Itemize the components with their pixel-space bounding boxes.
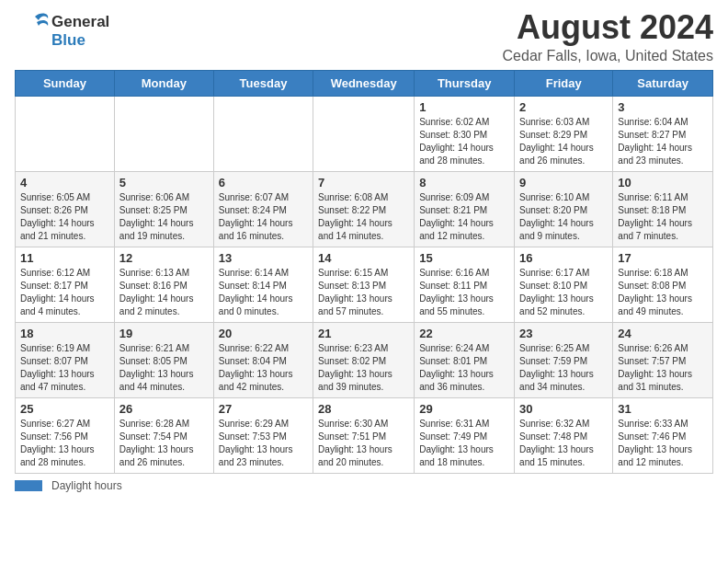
table-row (213, 96, 313, 171)
day-number: 29 (419, 402, 509, 416)
table-row: 22Sunrise: 6:24 AM Sunset: 8:01 PM Dayli… (415, 322, 515, 397)
col-tuesday: Tuesday (213, 70, 313, 96)
header: General Blue August 2024 Cedar Falls, Io… (15, 9, 713, 64)
day-number: 14 (318, 251, 409, 265)
day-info: Sunrise: 6:18 AM Sunset: 8:08 PM Dayligh… (618, 267, 708, 318)
table-row: 2Sunrise: 6:03 AM Sunset: 8:29 PM Daylig… (515, 96, 613, 171)
table-row: 4Sunrise: 6:05 AM Sunset: 8:26 PM Daylig… (16, 171, 115, 247)
col-thursday: Thursday (415, 70, 515, 96)
day-number: 5 (119, 176, 209, 190)
day-info: Sunrise: 6:12 AM Sunset: 8:17 PM Dayligh… (20, 267, 109, 318)
day-number: 30 (519, 402, 608, 416)
day-info: Sunrise: 6:24 AM Sunset: 8:01 PM Dayligh… (419, 342, 509, 394)
day-number: 2 (519, 100, 608, 114)
day-info: Sunrise: 6:26 AM Sunset: 7:57 PM Dayligh… (618, 342, 708, 394)
day-info: Sunrise: 6:22 AM Sunset: 8:04 PM Dayligh… (219, 342, 308, 394)
day-info: Sunrise: 6:28 AM Sunset: 7:54 PM Dayligh… (119, 418, 209, 469)
calendar-subtitle: Cedar Falls, Iowa, United States (503, 48, 713, 64)
daylight-bar-icon (15, 480, 42, 491)
table-row: 12Sunrise: 6:13 AM Sunset: 8:16 PM Dayli… (114, 247, 213, 322)
table-row: 16Sunrise: 6:17 AM Sunset: 8:10 PM Dayli… (515, 247, 613, 322)
table-row: 24Sunrise: 6:26 AM Sunset: 7:57 PM Dayli… (613, 322, 713, 397)
table-row: 9Sunrise: 6:10 AM Sunset: 8:20 PM Daylig… (515, 171, 613, 247)
day-info: Sunrise: 6:15 AM Sunset: 8:13 PM Dayligh… (318, 267, 409, 318)
calendar-week-row: 11Sunrise: 6:12 AM Sunset: 8:17 PM Dayli… (16, 247, 713, 322)
table-row: 6Sunrise: 6:07 AM Sunset: 8:24 PM Daylig… (213, 171, 313, 247)
table-row: 7Sunrise: 6:08 AM Sunset: 8:22 PM Daylig… (313, 171, 415, 247)
day-info: Sunrise: 6:02 AM Sunset: 8:30 PM Dayligh… (419, 116, 509, 167)
day-number: 8 (419, 176, 509, 190)
day-number: 15 (419, 251, 509, 265)
col-sunday: Sunday (16, 70, 115, 96)
day-number: 21 (318, 327, 409, 340)
table-row: 31Sunrise: 6:33 AM Sunset: 7:46 PM Dayli… (613, 397, 713, 473)
table-row (313, 96, 415, 171)
day-number: 10 (618, 176, 708, 190)
calendar-week-row: 18Sunrise: 6:19 AM Sunset: 8:07 PM Dayli… (16, 322, 713, 397)
table-row: 23Sunrise: 6:25 AM Sunset: 7:59 PM Dayli… (515, 322, 613, 397)
day-number: 16 (519, 251, 608, 265)
logo-blue: Blue (51, 31, 109, 50)
footer: Daylight hours (15, 479, 713, 492)
calendar-title: August 2024 (503, 9, 713, 46)
day-number: 19 (119, 327, 209, 340)
day-number: 7 (318, 176, 409, 190)
table-row: 11Sunrise: 6:12 AM Sunset: 8:17 PM Dayli… (16, 247, 115, 322)
day-info: Sunrise: 6:33 AM Sunset: 7:46 PM Dayligh… (618, 418, 708, 469)
table-row: 30Sunrise: 6:32 AM Sunset: 7:48 PM Dayli… (515, 397, 613, 473)
daylight-label: Daylight hours (51, 479, 122, 492)
day-info: Sunrise: 6:25 AM Sunset: 7:59 PM Dayligh… (519, 342, 608, 394)
table-row: 20Sunrise: 6:22 AM Sunset: 8:04 PM Dayli… (213, 322, 313, 397)
day-number: 17 (618, 251, 708, 265)
day-info: Sunrise: 6:06 AM Sunset: 8:25 PM Dayligh… (119, 191, 209, 243)
day-info: Sunrise: 6:21 AM Sunset: 8:05 PM Dayligh… (119, 342, 209, 394)
logo-icon (15, 9, 50, 53)
day-info: Sunrise: 6:29 AM Sunset: 7:53 PM Dayligh… (219, 418, 308, 469)
day-info: Sunrise: 6:09 AM Sunset: 8:21 PM Dayligh… (419, 191, 509, 243)
day-number: 31 (618, 402, 708, 416)
table-row: 1Sunrise: 6:02 AM Sunset: 8:30 PM Daylig… (415, 96, 515, 171)
day-number: 18 (20, 327, 109, 340)
day-number: 9 (519, 176, 608, 190)
table-row: 10Sunrise: 6:11 AM Sunset: 8:18 PM Dayli… (613, 171, 713, 247)
day-info: Sunrise: 6:13 AM Sunset: 8:16 PM Dayligh… (119, 267, 209, 318)
day-info: Sunrise: 6:17 AM Sunset: 8:10 PM Dayligh… (519, 267, 608, 318)
day-number: 25 (20, 402, 109, 416)
day-number: 11 (20, 251, 109, 265)
table-row: 5Sunrise: 6:06 AM Sunset: 8:25 PM Daylig… (114, 171, 213, 247)
day-number: 3 (618, 100, 708, 114)
day-number: 22 (419, 327, 509, 340)
table-row: 17Sunrise: 6:18 AM Sunset: 8:08 PM Dayli… (613, 247, 713, 322)
title-block: August 2024 Cedar Falls, Iowa, United St… (503, 9, 713, 64)
logo-general: General (51, 13, 109, 31)
calendar-table: Sunday Monday Tuesday Wednesday Thursday… (15, 70, 713, 474)
day-number: 20 (219, 327, 308, 340)
day-info: Sunrise: 6:11 AM Sunset: 8:18 PM Dayligh… (618, 191, 708, 243)
day-info: Sunrise: 6:10 AM Sunset: 8:20 PM Dayligh… (519, 191, 608, 243)
calendar-header-row: Sunday Monday Tuesday Wednesday Thursday… (16, 70, 713, 96)
day-number: 1 (419, 100, 509, 114)
table-row: 3Sunrise: 6:04 AM Sunset: 8:27 PM Daylig… (613, 96, 713, 171)
calendar-week-row: 25Sunrise: 6:27 AM Sunset: 7:56 PM Dayli… (16, 397, 713, 473)
day-number: 28 (318, 402, 409, 416)
day-info: Sunrise: 6:16 AM Sunset: 8:11 PM Dayligh… (419, 267, 509, 318)
table-row: 18Sunrise: 6:19 AM Sunset: 8:07 PM Dayli… (16, 322, 115, 397)
logo: General Blue (15, 9, 109, 53)
table-row: 19Sunrise: 6:21 AM Sunset: 8:05 PM Dayli… (114, 322, 213, 397)
day-number: 27 (219, 402, 308, 416)
day-info: Sunrise: 6:32 AM Sunset: 7:48 PM Dayligh… (519, 418, 608, 469)
calendar-week-row: 1Sunrise: 6:02 AM Sunset: 8:30 PM Daylig… (16, 96, 713, 171)
table-row: 29Sunrise: 6:31 AM Sunset: 7:49 PM Dayli… (415, 397, 515, 473)
table-row: 27Sunrise: 6:29 AM Sunset: 7:53 PM Dayli… (213, 397, 313, 473)
day-number: 23 (519, 327, 608, 340)
day-info: Sunrise: 6:05 AM Sunset: 8:26 PM Dayligh… (20, 191, 109, 243)
day-number: 26 (119, 402, 209, 416)
logo-text: General Blue (51, 13, 109, 51)
day-info: Sunrise: 6:30 AM Sunset: 7:51 PM Dayligh… (318, 418, 409, 469)
day-number: 24 (618, 327, 708, 340)
calendar-week-row: 4Sunrise: 6:05 AM Sunset: 8:26 PM Daylig… (16, 171, 713, 247)
table-row: 21Sunrise: 6:23 AM Sunset: 8:02 PM Dayli… (313, 322, 415, 397)
table-row (16, 96, 115, 171)
col-friday: Friday (515, 70, 613, 96)
day-info: Sunrise: 6:19 AM Sunset: 8:07 PM Dayligh… (20, 342, 109, 394)
